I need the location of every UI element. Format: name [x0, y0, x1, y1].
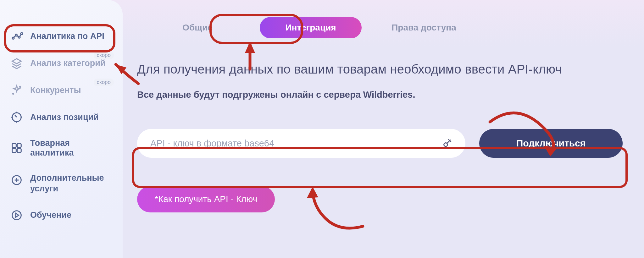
target-icon: [11, 111, 23, 123]
sidebar-item-product-analytics[interactable]: Товарная аналитика: [0, 131, 123, 165]
svg-point-0: [12, 37, 14, 39]
sidebar-item-position-analysis[interactable]: Анализ позиций: [0, 104, 123, 131]
page-subtitle: Все данные будут подгружены онлайн с сер…: [137, 90, 625, 100]
svg-point-14: [12, 211, 21, 220]
help-api-key-button[interactable]: *Как получить API - Ключ: [137, 186, 275, 212]
help-button-label: *Как получить API - Ключ: [155, 194, 257, 204]
api-key-input-wrap: [137, 129, 465, 158]
tab-access-rights[interactable]: Права доступа: [373, 17, 475, 38]
page-title: Для получения данных по вашим товарам не…: [137, 62, 625, 76]
svg-point-4: [20, 86, 21, 87]
sidebar-item-label: Анализ позиций: [30, 113, 99, 122]
api-key-input[interactable]: [150, 138, 442, 149]
tab-label: Интеграция: [285, 23, 336, 32]
svg-point-3: [21, 33, 23, 35]
sidebar-item-education[interactable]: Обучение: [0, 202, 123, 229]
tab-label: Общие: [182, 23, 212, 32]
sidebar: Аналитика по API Анализ категорий скоро …: [0, 0, 123, 258]
play-circle-icon: [11, 209, 23, 221]
svg-rect-9: [12, 149, 16, 153]
chart-line-icon: [11, 30, 23, 42]
tabs: Общие Интеграция Права доступа: [147, 17, 625, 38]
sidebar-item-label: Конкуренты: [30, 85, 81, 95]
sidebar-item-label: Обучение: [30, 210, 71, 220]
connect-button-label: Подключиться: [516, 138, 586, 149]
sidebar-item-label: Аналитика по API: [30, 31, 104, 41]
svg-point-5: [13, 93, 14, 94]
sidebar-item-competitors[interactable]: Конкуренты скоро: [0, 77, 123, 104]
tab-general[interactable]: Общие: [147, 17, 248, 38]
connect-button[interactable]: Подключиться: [479, 129, 623, 158]
key-icon: [442, 138, 453, 149]
tab-label: Права доступа: [391, 23, 456, 32]
plus-circle-icon: [11, 174, 23, 186]
layers-icon: [11, 57, 23, 69]
api-row: Подключиться: [137, 129, 625, 158]
sidebar-item-label: Дополнительные услуги: [30, 173, 106, 194]
svg-rect-7: [12, 144, 16, 148]
main-panel: Общие Интеграция Права доступа Для получ…: [123, 0, 644, 258]
grid-icon: [11, 142, 23, 154]
svg-rect-8: [17, 144, 21, 148]
soon-badge: скоро: [94, 79, 114, 86]
tab-integration[interactable]: Интеграция: [260, 17, 362, 38]
sidebar-item-label: Анализ категорий: [30, 58, 105, 68]
sidebar-item-label: Товарная аналитика: [30, 138, 113, 158]
sidebar-item-analytics-api[interactable]: Аналитика по API: [0, 23, 123, 50]
sidebar-item-extra-services[interactable]: Дополнительные услуги: [0, 165, 123, 202]
svg-point-15: [444, 143, 447, 146]
sparkle-icon: [11, 84, 23, 96]
soon-badge: скоро: [94, 52, 114, 59]
sidebar-item-category-analysis[interactable]: Анализ категорий скоро: [0, 50, 123, 77]
svg-rect-10: [17, 149, 21, 153]
